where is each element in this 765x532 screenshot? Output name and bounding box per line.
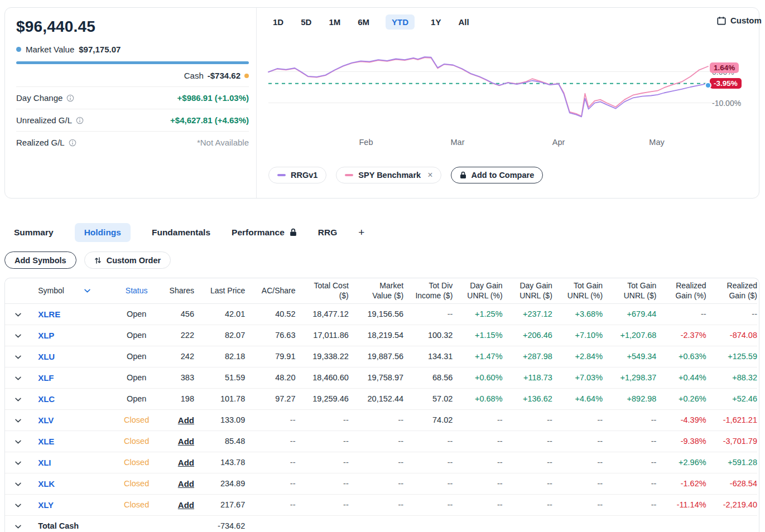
ac_share-cell: 76.63 xyxy=(245,325,295,346)
day_gain_unrl_pct-cell: +1.25% xyxy=(453,303,502,325)
symbol-link[interactable]: XLRE xyxy=(38,309,60,319)
tot_gain_unrl_usd-cell: +549.34 xyxy=(603,346,656,367)
row-expander-chevron-icon[interactable] xyxy=(15,419,21,423)
column-label: Last Price xyxy=(194,286,245,296)
info-icon[interactable] xyxy=(76,117,84,124)
symbol-link[interactable]: XLI xyxy=(38,458,51,467)
tot_gain_unrl_pct-cell: +2.84% xyxy=(552,346,603,367)
last_price-cell: 82.18 xyxy=(194,346,245,367)
market_value-cell: -- xyxy=(349,431,403,452)
column-header-shares[interactable]: Shares xyxy=(158,278,194,303)
tab-label: Fundamentals xyxy=(152,228,210,238)
day_gain_unrl_usd-cell: -- xyxy=(503,494,552,515)
row-expander-chevron-icon[interactable] xyxy=(15,461,21,465)
column-header-symbol[interactable]: Symbol xyxy=(31,278,114,303)
info-icon[interactable] xyxy=(69,139,76,147)
column-label: Realized xyxy=(656,280,706,291)
tot_gain_unrl_usd-cell: -- xyxy=(603,494,656,515)
row-expander-chevron-icon[interactable] xyxy=(15,376,21,380)
row-expander-chevron-icon[interactable] xyxy=(15,398,21,402)
add-shares-link[interactable]: Add xyxy=(178,479,194,489)
info-icon[interactable] xyxy=(66,94,74,102)
chevron-down-icon[interactable] xyxy=(84,289,90,293)
column-header-tot_gain_unrl_usd[interactable]: Tot GainUNRL ($) xyxy=(603,278,656,303)
symbol-link[interactable]: XLY xyxy=(38,500,54,510)
column-header-tot_div_income[interactable]: Tot DivIncome ($) xyxy=(403,278,453,303)
add-symbols-button[interactable]: Add Symbols xyxy=(4,252,76,269)
column-label: AC/Share xyxy=(245,286,295,296)
add-shares-link[interactable]: Add xyxy=(178,415,194,425)
custom-order-button[interactable]: Custom Order xyxy=(84,252,171,269)
symbol-link[interactable]: XLP xyxy=(38,331,54,340)
day_gain_unrl_pct-cell: -- xyxy=(453,452,502,473)
ac_share-cell: -- xyxy=(245,494,295,515)
day_gain_unrl_usd-cell: -- xyxy=(503,409,552,431)
add-tab-button[interactable]: + xyxy=(358,226,364,239)
add-to-compare-button[interactable]: Add to Compare xyxy=(451,167,543,183)
column-header-status[interactable]: Status xyxy=(115,278,158,303)
row-expander-chevron-icon[interactable] xyxy=(15,440,21,444)
tot_div_income-cell: -- xyxy=(403,431,453,452)
holding-row-xlre: XLREOpen45642.0140.5218,477.1219,156.56-… xyxy=(5,303,757,325)
add-shares-link[interactable]: Add xyxy=(178,458,194,467)
row-expander-chevron-icon[interactable] xyxy=(15,334,21,338)
row-expander-chevron-icon[interactable] xyxy=(15,504,21,507)
market_value-cell: -- xyxy=(349,452,403,473)
total-cash-label: Total Cash xyxy=(38,521,79,530)
column-header-ac_share[interactable]: AC/Share xyxy=(245,278,295,303)
performance-line-chart[interactable] xyxy=(268,25,715,129)
row-expander-chevron-icon[interactable] xyxy=(15,313,21,317)
symbol-link[interactable]: XLK xyxy=(38,479,55,489)
tot_div_income-cell: -- xyxy=(403,473,453,494)
shares-cell: 198 xyxy=(158,388,194,409)
symbol-link[interactable]: XLU xyxy=(38,352,55,361)
tab-summary[interactable]: Summary xyxy=(14,228,54,238)
add-symbols-label: Add Symbols xyxy=(15,256,66,265)
legend-chip-rrgv1[interactable]: RRGv1 xyxy=(268,167,326,183)
column-label: ($) xyxy=(296,291,349,301)
month-label-mar: Mar xyxy=(451,138,465,147)
tab-rrg[interactable]: RRG xyxy=(318,228,337,238)
add-shares-link[interactable]: Add xyxy=(178,500,194,510)
legend-chip-spy-benchmark[interactable]: SPY Benchmark × xyxy=(336,167,441,183)
view-tabs: SummaryHoldingsFundamentalsPerformanceRR… xyxy=(14,222,364,243)
status-cell: Open xyxy=(115,388,158,409)
tab-fundamentals[interactable]: Fundamentals xyxy=(152,228,210,238)
column-header-last_price[interactable]: Last Price xyxy=(194,278,245,303)
market-value-dot-icon xyxy=(16,47,21,52)
column-header-day_gain_unrl_usd[interactable]: Day GainUNRL ($) xyxy=(503,278,552,303)
market_value-cell: 18,219.54 xyxy=(349,325,403,346)
symbol-link[interactable]: XLE xyxy=(38,437,54,446)
row-expander-chevron-icon[interactable] xyxy=(15,525,21,529)
column-header-market_value[interactable]: MarketValue ($) xyxy=(349,278,403,303)
symbol-link[interactable]: XLV xyxy=(38,415,54,425)
column-label: Tot Gain xyxy=(603,280,656,291)
symbol-link[interactable]: XLC xyxy=(38,394,55,404)
tot_div_income-cell: 100.32 xyxy=(403,325,453,346)
column-header-total_cost[interactable]: Total Cost($) xyxy=(296,278,349,303)
symbol-link[interactable]: XLF xyxy=(38,373,54,383)
tab-performance[interactable]: Performance xyxy=(232,228,297,238)
holding-row-xli: XLIClosedAdd143.78----------------+2.96%… xyxy=(5,452,757,473)
row-expander-chevron-icon[interactable] xyxy=(15,482,21,486)
realized_gain_pct-cell: -- xyxy=(656,303,706,325)
custom-range-button[interactable]: Custom xyxy=(717,16,762,25)
status-cell: Closed xyxy=(115,431,158,452)
add-shares-link[interactable]: Add xyxy=(178,437,194,446)
column-label: Gain (%) xyxy=(656,291,706,301)
column-header-realized_gain_pct[interactable]: RealizedGain (%) xyxy=(656,278,706,303)
tot_div_income-cell: 68.56 xyxy=(403,367,453,388)
holdings-table: SymbolStatusSharesLast PriceAC/ShareTota… xyxy=(5,278,757,532)
column-header-realized_gain_usd[interactable]: RealizedGain ($) xyxy=(706,278,757,303)
tot_gain_unrl_pct-cell: +7.03% xyxy=(552,367,603,388)
realized_gain_usd-cell: +88.32 xyxy=(706,367,757,388)
remove-benchmark-icon[interactable]: × xyxy=(427,171,432,180)
cash-dot-icon xyxy=(244,74,249,78)
tab-holdings[interactable]: Holdings xyxy=(75,223,131,242)
column-header-tot_gain_unrl_pct[interactable]: Tot GainUNRL (%) xyxy=(552,278,603,303)
row-expander-chevron-icon[interactable] xyxy=(15,355,21,359)
ac_share-cell: -- xyxy=(245,409,295,431)
day_gain_unrl_usd-cell: +136.62 xyxy=(503,388,552,409)
ac_share-cell: 48.20 xyxy=(245,367,295,388)
column-header-day_gain_unrl_pct[interactable]: Day GainUNRL (%) xyxy=(453,278,502,303)
